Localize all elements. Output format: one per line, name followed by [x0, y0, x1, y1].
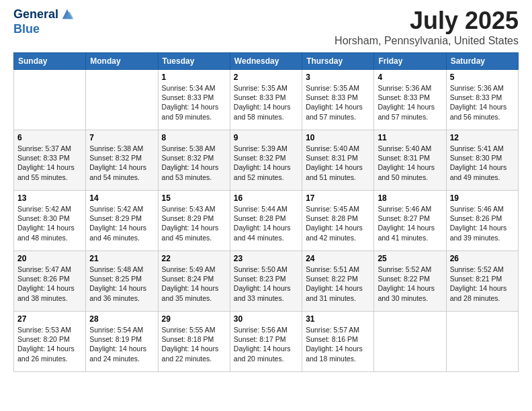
logo-blue: Blue [13, 22, 40, 36]
weekday-header-saturday: Saturday [446, 53, 518, 70]
day-info: Sunrise: 5:55 AMSunset: 8:18 PMDaylight:… [162, 325, 226, 363]
calendar-cell: 24Sunrise: 5:51 AMSunset: 8:22 PMDayligh… [302, 251, 374, 312]
calendar-cell: 3Sunrise: 5:35 AMSunset: 8:33 PMDaylight… [302, 70, 374, 130]
day-number: 21 [89, 254, 154, 263]
calendar-week-3: 13Sunrise: 5:42 AMSunset: 8:30 PMDayligh… [14, 191, 519, 251]
calendar-table: SundayMondayTuesdayWednesdayThursdayFrid… [13, 52, 519, 372]
weekday-header-sunday: Sunday [14, 53, 86, 70]
weekday-header-friday: Friday [374, 53, 446, 70]
day-info: Sunrise: 5:57 AMSunset: 8:16 PMDaylight:… [306, 325, 370, 363]
calendar-cell: 15Sunrise: 5:43 AMSunset: 8:29 PMDayligh… [158, 191, 230, 251]
calendar-cell: 12Sunrise: 5:41 AMSunset: 8:30 PMDayligh… [446, 130, 518, 191]
calendar-cell: 29Sunrise: 5:55 AMSunset: 8:18 PMDayligh… [158, 312, 230, 372]
calendar-cell [374, 312, 446, 372]
calendar-cell: 2Sunrise: 5:35 AMSunset: 8:33 PMDaylight… [230, 70, 302, 130]
calendar-cell: 21Sunrise: 5:48 AMSunset: 8:25 PMDayligh… [86, 251, 158, 312]
calendar-cell [446, 312, 518, 372]
day-info: Sunrise: 5:42 AMSunset: 8:30 PMDaylight:… [17, 204, 82, 242]
calendar-cell: 18Sunrise: 5:46 AMSunset: 8:27 PMDayligh… [374, 191, 446, 251]
day-number: 7 [89, 133, 154, 142]
calendar-cell: 11Sunrise: 5:40 AMSunset: 8:31 PMDayligh… [374, 130, 446, 191]
calendar-cell: 25Sunrise: 5:52 AMSunset: 8:22 PMDayligh… [374, 251, 446, 312]
calendar-cell: 23Sunrise: 5:50 AMSunset: 8:23 PMDayligh… [230, 251, 302, 312]
page-header: General Blue July 2025 Horsham, Pennsylv… [13, 7, 519, 47]
day-info: Sunrise: 5:37 AMSunset: 8:33 PMDaylight:… [17, 144, 82, 182]
calendar-cell: 4Sunrise: 5:36 AMSunset: 8:33 PMDaylight… [374, 70, 446, 130]
calendar-week-5: 27Sunrise: 5:53 AMSunset: 8:20 PMDayligh… [14, 312, 519, 372]
logo: General Blue [13, 7, 75, 36]
calendar-cell [14, 70, 86, 130]
day-info: Sunrise: 5:35 AMSunset: 8:33 PMDaylight:… [306, 83, 370, 122]
weekday-header-tuesday: Tuesday [158, 53, 230, 70]
weekday-header-monday: Monday [86, 53, 158, 70]
month-title: July 2025 [335, 7, 519, 35]
calendar-cell: 6Sunrise: 5:37 AMSunset: 8:33 PMDaylight… [14, 130, 86, 191]
day-number: 30 [234, 314, 298, 324]
day-info: Sunrise: 5:53 AMSunset: 8:20 PMDaylight:… [17, 325, 82, 363]
calendar-week-2: 6Sunrise: 5:37 AMSunset: 8:33 PMDaylight… [14, 130, 519, 191]
calendar-cell [86, 70, 158, 130]
day-info: Sunrise: 5:36 AMSunset: 8:33 PMDaylight:… [450, 83, 515, 122]
title-block: July 2025 Horsham, Pennsylvania, United … [335, 7, 519, 47]
calendar-cell: 1Sunrise: 5:34 AMSunset: 8:33 PMDaylight… [158, 70, 230, 130]
calendar-week-1: 1Sunrise: 5:34 AMSunset: 8:33 PMDaylight… [14, 70, 519, 130]
weekday-header-thursday: Thursday [302, 53, 374, 70]
day-number: 4 [378, 73, 442, 82]
day-number: 29 [162, 314, 226, 324]
day-number: 6 [17, 133, 82, 142]
day-number: 25 [378, 254, 442, 263]
day-info: Sunrise: 5:38 AMSunset: 8:32 PMDaylight:… [162, 144, 226, 182]
day-number: 11 [378, 133, 442, 142]
calendar-cell: 17Sunrise: 5:45 AMSunset: 8:28 PMDayligh… [302, 191, 374, 251]
day-number: 26 [450, 254, 515, 263]
day-info: Sunrise: 5:52 AMSunset: 8:21 PMDaylight:… [450, 265, 515, 303]
day-number: 2 [234, 73, 298, 82]
day-info: Sunrise: 5:46 AMSunset: 8:26 PMDaylight:… [450, 204, 515, 242]
day-number: 10 [306, 133, 370, 142]
calendar-cell: 13Sunrise: 5:42 AMSunset: 8:30 PMDayligh… [14, 191, 86, 251]
day-number: 19 [450, 193, 515, 203]
calendar-cell: 19Sunrise: 5:46 AMSunset: 8:26 PMDayligh… [446, 191, 518, 251]
calendar-cell: 16Sunrise: 5:44 AMSunset: 8:28 PMDayligh… [230, 191, 302, 251]
calendar-cell: 14Sunrise: 5:42 AMSunset: 8:29 PMDayligh… [86, 191, 158, 251]
day-info: Sunrise: 5:43 AMSunset: 8:29 PMDaylight:… [162, 204, 226, 242]
weekday-header-wednesday: Wednesday [230, 53, 302, 70]
calendar-cell: 30Sunrise: 5:56 AMSunset: 8:17 PMDayligh… [230, 312, 302, 372]
day-number: 27 [17, 314, 82, 324]
day-info: Sunrise: 5:52 AMSunset: 8:22 PMDaylight:… [378, 265, 442, 303]
day-info: Sunrise: 5:51 AMSunset: 8:22 PMDaylight:… [306, 265, 370, 303]
day-number: 18 [378, 193, 442, 203]
calendar-cell: 22Sunrise: 5:49 AMSunset: 8:24 PMDayligh… [158, 251, 230, 312]
calendar-cell: 26Sunrise: 5:52 AMSunset: 8:21 PMDayligh… [446, 251, 518, 312]
day-info: Sunrise: 5:34 AMSunset: 8:33 PMDaylight:… [162, 83, 226, 122]
calendar-cell: 31Sunrise: 5:57 AMSunset: 8:16 PMDayligh… [302, 312, 374, 372]
logo-icon [60, 7, 75, 21]
day-number: 28 [89, 314, 154, 324]
day-info: Sunrise: 5:56 AMSunset: 8:17 PMDaylight:… [234, 325, 298, 363]
calendar-cell: 10Sunrise: 5:40 AMSunset: 8:31 PMDayligh… [302, 130, 374, 191]
day-number: 1 [162, 73, 226, 82]
day-info: Sunrise: 5:42 AMSunset: 8:29 PMDaylight:… [89, 204, 154, 242]
day-number: 5 [450, 73, 515, 82]
calendar-cell: 27Sunrise: 5:53 AMSunset: 8:20 PMDayligh… [14, 312, 86, 372]
calendar-cell: 8Sunrise: 5:38 AMSunset: 8:32 PMDaylight… [158, 130, 230, 191]
calendar-body: 1Sunrise: 5:34 AMSunset: 8:33 PMDaylight… [14, 70, 519, 372]
day-number: 23 [234, 254, 298, 263]
day-number: 16 [234, 193, 298, 203]
day-number: 8 [162, 133, 226, 142]
day-info: Sunrise: 5:46 AMSunset: 8:27 PMDaylight:… [378, 204, 442, 242]
day-info: Sunrise: 5:44 AMSunset: 8:28 PMDaylight:… [234, 204, 298, 242]
day-number: 31 [306, 314, 370, 324]
calendar-cell: 9Sunrise: 5:39 AMSunset: 8:32 PMDaylight… [230, 130, 302, 191]
calendar-cell: 5Sunrise: 5:36 AMSunset: 8:33 PMDaylight… [446, 70, 518, 130]
day-info: Sunrise: 5:45 AMSunset: 8:28 PMDaylight:… [306, 204, 370, 242]
calendar-cell: 28Sunrise: 5:54 AMSunset: 8:19 PMDayligh… [86, 312, 158, 372]
calendar-cell: 7Sunrise: 5:38 AMSunset: 8:32 PMDaylight… [86, 130, 158, 191]
calendar-week-4: 20Sunrise: 5:47 AMSunset: 8:26 PMDayligh… [14, 251, 519, 312]
logo-text: General [13, 8, 58, 21]
day-number: 17 [306, 193, 370, 203]
day-info: Sunrise: 5:40 AMSunset: 8:31 PMDaylight:… [378, 144, 442, 182]
day-number: 14 [89, 193, 154, 203]
calendar-header: SundayMondayTuesdayWednesdayThursdayFrid… [14, 53, 519, 70]
day-number: 12 [450, 133, 515, 142]
